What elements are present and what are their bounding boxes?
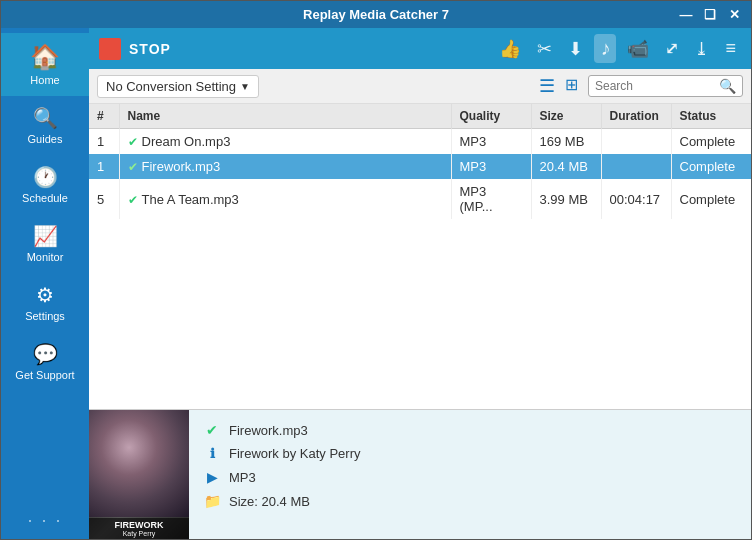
sidebar-item-monitor[interactable]: 📈 Monitor xyxy=(1,214,89,273)
title-bar: Replay Media Catcher 7 — ❑ ✕ xyxy=(1,1,751,28)
table-header-row: # Name Quality Size Duration Status xyxy=(89,104,751,129)
preview-play-icon: ▶ xyxy=(203,469,221,485)
preview-size-row: 📁 Size: 20.4 MB xyxy=(203,493,737,509)
sidebar: 🏠 Home 🔍 Guides 🕐 Schedule 📈 Monitor ⚙ S… xyxy=(1,28,89,539)
sidebar-label-home: Home xyxy=(30,74,59,86)
window-title: Replay Media Catcher 7 xyxy=(303,7,449,22)
sidebar-item-guides[interactable]: 🔍 Guides xyxy=(1,96,89,155)
cell-quality: MP3 xyxy=(451,129,531,155)
sidebar-label-guides: Guides xyxy=(28,133,63,145)
file-list: # Name Quality Size Duration Status 1✔Dr… xyxy=(89,104,751,409)
download-icon[interactable]: ⬇ xyxy=(563,35,588,63)
conversion-select[interactable]: No Conversion Setting ▼ xyxy=(97,75,259,98)
maximize-button[interactable]: ❑ xyxy=(701,7,719,22)
scissors-icon[interactable]: ✂ xyxy=(532,35,557,63)
grid-view-button[interactable]: ⊞ xyxy=(561,73,582,99)
preview-filename: Firework.mp3 xyxy=(229,423,308,438)
cell-name: ✔Firework.mp3 xyxy=(119,154,451,179)
sidebar-label-settings: Settings xyxy=(25,310,65,322)
sidebar-item-home[interactable]: 🏠 Home xyxy=(1,33,89,96)
sidebar-dots: · · · xyxy=(19,502,70,539)
cell-quality: MP3 (MP... xyxy=(451,179,531,219)
row-check-icon: ✔ xyxy=(128,193,138,207)
preview-artist-row: ℹ Firework by Katy Perry xyxy=(203,446,737,461)
sidebar-label-monitor: Monitor xyxy=(27,251,64,263)
thumb-figure xyxy=(89,410,189,517)
window-controls: — ❑ ✕ xyxy=(677,7,743,22)
close-button[interactable]: ✕ xyxy=(725,7,743,22)
search-box: 🔍 xyxy=(588,75,743,97)
view-toggle: ☰ ⊞ xyxy=(535,73,582,99)
download2-icon[interactable]: ⤓ xyxy=(689,35,714,63)
sub-toolbar: No Conversion Setting ▼ ☰ ⊞ 🔍 xyxy=(89,69,751,104)
preview-filename-row: ✔ Firework.mp3 xyxy=(203,422,737,438)
table-row[interactable]: 1✔Dream On.mp3MP3169 MBComplete xyxy=(89,129,751,155)
cell-size: 3.99 MB xyxy=(531,179,601,219)
row-check-icon: ✔ xyxy=(128,160,138,174)
cell-duration xyxy=(601,129,671,155)
thumb-overlay: FIREWORK Katy Perry xyxy=(89,518,189,539)
search-magnifier-icon[interactable]: 🔍 xyxy=(719,78,736,94)
stop-button[interactable]: STOP xyxy=(99,38,171,60)
cell-quality: MP3 xyxy=(451,154,531,179)
search-input[interactable] xyxy=(595,79,715,93)
cell-name: ✔Dream On.mp3 xyxy=(119,129,451,155)
monitor-icon: 📈 xyxy=(33,224,58,248)
col-header-num: # xyxy=(89,104,119,129)
preview-thumbnail: FIREWORK Katy Perry xyxy=(89,410,189,539)
gear-icon: ⚙ xyxy=(36,283,54,307)
dropdown-icon: ▼ xyxy=(240,81,250,92)
col-header-size: Size xyxy=(531,104,601,129)
convert-icon[interactable]: ⤢ xyxy=(660,36,683,61)
file-table-body: 1✔Dream On.mp3MP3169 MBComplete1✔Firewor… xyxy=(89,129,751,220)
preview-info-icon: ℹ xyxy=(203,446,221,461)
sidebar-label-support: Get Support xyxy=(15,369,74,381)
app-window: Replay Media Catcher 7 — ❑ ✕ 🏠 Home 🔍 Gu… xyxy=(0,0,752,540)
search-icon: 🔍 xyxy=(33,106,58,130)
home-icon: 🏠 xyxy=(30,43,60,71)
preview-info: ✔ Firework.mp3 ℹ Firework by Katy Perry … xyxy=(189,410,751,539)
files-table: # Name Quality Size Duration Status 1✔Dr… xyxy=(89,104,751,219)
clock-icon: 🕐 xyxy=(33,165,58,189)
cell-status: Complete xyxy=(671,129,751,155)
stop-label: STOP xyxy=(129,41,171,57)
preview-format: MP3 xyxy=(229,470,256,485)
thumbup-icon[interactable]: 👍 xyxy=(494,35,526,63)
sidebar-label-schedule: Schedule xyxy=(22,192,68,204)
cell-duration xyxy=(601,154,671,179)
cell-size: 169 MB xyxy=(531,129,601,155)
list-view-button[interactable]: ☰ xyxy=(535,73,559,99)
music-icon[interactable]: ♪ xyxy=(594,34,616,63)
cell-name: ✔The A Team.mp3 xyxy=(119,179,451,219)
preview-check-icon: ✔ xyxy=(203,422,221,438)
chat-icon: 💬 xyxy=(33,342,58,366)
cell-status: Complete xyxy=(671,179,751,219)
sidebar-item-settings[interactable]: ⚙ Settings xyxy=(1,273,89,332)
preview-size: Size: 20.4 MB xyxy=(229,494,310,509)
sidebar-item-support[interactable]: 💬 Get Support xyxy=(1,332,89,391)
cell-num: 5 xyxy=(89,179,119,219)
main-layout: 🏠 Home 🔍 Guides 🕐 Schedule 📈 Monitor ⚙ S… xyxy=(1,28,751,539)
cell-size: 20.4 MB xyxy=(531,154,601,179)
toolbar: STOP 👍 ✂ ⬇ ♪ 📹 ⤢ ⤓ ≡ xyxy=(89,28,751,69)
thumb-image: FIREWORK Katy Perry xyxy=(89,410,189,539)
video-icon[interactable]: 📹 xyxy=(622,35,654,63)
col-header-duration: Duration xyxy=(601,104,671,129)
preview-folder-icon: 📁 xyxy=(203,493,221,509)
col-header-status: Status xyxy=(671,104,751,129)
cell-num: 1 xyxy=(89,154,119,179)
preview-panel: FIREWORK Katy Perry ✔ Firework.mp3 ℹ Fir… xyxy=(89,409,751,539)
thumb-title: FIREWORK xyxy=(92,520,186,530)
table-row[interactable]: 5✔The A Team.mp3MP3 (MP...3.99 MB00:04:1… xyxy=(89,179,751,219)
col-header-quality: Quality xyxy=(451,104,531,129)
thumb-subtitle: Katy Perry xyxy=(92,530,186,537)
minimize-button[interactable]: — xyxy=(677,7,695,22)
stop-icon xyxy=(99,38,121,60)
cell-duration: 00:04:17 xyxy=(601,179,671,219)
conversion-label: No Conversion Setting xyxy=(106,79,236,94)
menu-icon[interactable]: ≡ xyxy=(720,35,741,62)
content-area: STOP 👍 ✂ ⬇ ♪ 📹 ⤢ ⤓ ≡ No Conversion Setti… xyxy=(89,28,751,539)
preview-format-row: ▶ MP3 xyxy=(203,469,737,485)
table-row[interactable]: 1✔Firework.mp3MP320.4 MBComplete xyxy=(89,154,751,179)
sidebar-item-schedule[interactable]: 🕐 Schedule xyxy=(1,155,89,214)
